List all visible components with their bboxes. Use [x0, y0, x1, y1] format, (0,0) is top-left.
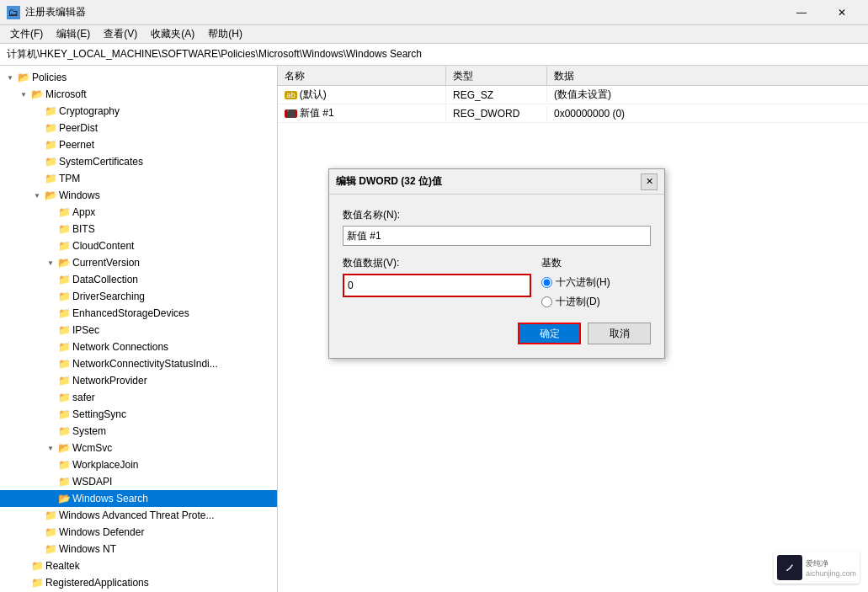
address-path: 计算机\HKEY_LOCAL_MACHINE\SOFTWARE\Policies…	[7, 47, 422, 61]
menu-file[interactable]: 文件(F)	[3, 25, 50, 43]
tree-item-tpm[interactable]: TPM	[0, 170, 277, 187]
bits-arrow	[44, 221, 57, 237]
cell-data-newval: 0x00000000 (0)	[547, 106, 868, 121]
wcmsvc-folder-icon	[57, 441, 71, 455]
settingsync-label: SettingSync	[72, 408, 126, 420]
cloudcontent-label: CloudContent	[72, 240, 134, 252]
tree-item-workplacejoin[interactable]: WorkplaceJoin	[0, 456, 277, 473]
windefender-label: Windows Defender	[59, 526, 144, 538]
tree-item-peernet[interactable]: Peernet	[0, 136, 277, 153]
tree-item-safer[interactable]: safer	[0, 389, 277, 406]
app-title: 注册表编辑器	[25, 5, 782, 19]
tree-item-systemcerts[interactable]: SystemCertificates	[0, 153, 277, 170]
ab-badge-default: ab	[285, 91, 297, 99]
tree-item-networkprovider[interactable]: NetworkProvider	[0, 372, 277, 389]
windefender-arrow	[30, 524, 44, 541]
menu-favorites[interactable]: 收藏夹(A)	[144, 25, 201, 43]
peerdist-folder-icon	[44, 121, 57, 135]
dec-radio[interactable]	[541, 296, 552, 307]
tree-item-enhancedstorage[interactable]: EnhancedStorageDevices	[0, 305, 277, 322]
windowssearch-label: Windows Search	[72, 493, 148, 504]
tree-item-wsdapi[interactable]: WSDAPI	[0, 473, 277, 490]
dec-label: 十进制(D)	[556, 295, 600, 309]
ipsec-label: IPSec	[72, 324, 99, 336]
close-button[interactable]: ✕	[823, 0, 861, 25]
tree-item-settingsync[interactable]: SettingSync	[0, 406, 277, 423]
tree-item-winadvthreat[interactable]: Windows Advanced Threat Prote...	[0, 507, 277, 524]
tree-item-microsoft[interactable]: Microsoft	[0, 86, 277, 103]
value-name-input[interactable]	[343, 226, 651, 246]
cloudcontent-folder-icon	[57, 239, 71, 253]
dec-radio-label[interactable]: 十进制(D)	[541, 295, 651, 309]
regapps-label: RegisteredApplications	[45, 577, 149, 589]
networkprovider-arrow	[44, 372, 57, 389]
table-row[interactable]: ⬛ 新值 #1 REG_DWORD 0x00000000 (0)	[278, 104, 868, 123]
winnt-arrow	[30, 541, 44, 557]
minimize-button[interactable]: —	[782, 0, 821, 25]
tree-item-windefender[interactable]: Windows Defender	[0, 524, 277, 541]
ipsec-folder-icon	[57, 323, 71, 337]
tree-item-cloudcontent[interactable]: CloudContent	[0, 237, 277, 254]
menu-edit[interactable]: 编辑(E)	[50, 25, 97, 43]
tree-item-windows[interactable]: Windows	[0, 187, 277, 204]
tree-item-bits[interactable]: BITS	[0, 221, 277, 237]
peernet-arrow	[30, 136, 44, 153]
hex-label: 十六进制(H)	[556, 275, 610, 290]
tree-item-currentversion[interactable]: CurrentVersion	[0, 254, 277, 271]
radix-label: 基数	[541, 256, 651, 270]
value-data-input[interactable]	[344, 275, 530, 296]
tree-item-policies[interactable]: Policies	[0, 69, 277, 86]
tree-item-system[interactable]: System	[0, 423, 277, 440]
networkconn-label: Network Connections	[72, 341, 168, 353]
enhancedstorage-arrow	[44, 305, 57, 322]
tree-item-datacollection[interactable]: DataCollection	[0, 271, 277, 288]
systemcerts-folder-icon	[44, 155, 57, 168]
winnt-label: Windows NT	[59, 543, 116, 555]
menu-view[interactable]: 查看(V)	[97, 25, 144, 43]
wsdapi-label: WSDAPI	[72, 476, 112, 488]
confirm-button[interactable]: 确定	[518, 323, 581, 344]
networkprovider-folder-icon	[57, 374, 71, 387]
appx-folder-icon	[57, 205, 71, 219]
cell-name-newval: ⬛ 新值 #1	[278, 104, 446, 122]
tree-item-appx[interactable]: Appx	[0, 204, 277, 221]
peerdist-arrow	[30, 120, 44, 136]
wsdapi-folder-icon	[57, 475, 71, 488]
table-header: 名称 类型 数据	[278, 66, 868, 86]
app-icon: 🗂	[7, 6, 20, 19]
tree-item-driversearching[interactable]: DriverSearching	[0, 288, 277, 305]
tree-item-netconnstatus[interactable]: NetworkConnectivityStatusIndi...	[0, 355, 277, 372]
cryptography-arrow	[30, 103, 44, 120]
cryptography-label: Cryptography	[59, 105, 120, 117]
hex-radio[interactable]	[541, 277, 552, 288]
col-header-type: 类型	[446, 66, 547, 85]
tree-item-regapps[interactable]: RegisteredApplications	[0, 574, 277, 591]
realtek-folder-icon	[30, 559, 44, 573]
policies-label: Policies	[32, 72, 67, 83]
cell-type-default: REG_SZ	[446, 88, 547, 103]
dialog-close-button[interactable]: ✕	[641, 173, 658, 190]
windowssearch-folder-icon	[57, 492, 71, 505]
tree-item-wcmsvc[interactable]: WcmSvc	[0, 440, 277, 456]
tree-item-winnt[interactable]: Windows NT	[0, 541, 277, 557]
datacollection-arrow	[44, 271, 57, 288]
cancel-button[interactable]: 取消	[588, 323, 651, 344]
registry-tree[interactable]: Policies Microsoft Cryptography PeerDist	[0, 66, 278, 592]
tree-item-networkconn[interactable]: Network Connections	[0, 339, 277, 355]
currentversion-arrow	[44, 254, 57, 271]
netconnstatus-arrow	[44, 355, 57, 372]
tree-item-windowssearch[interactable]: Windows Search	[0, 490, 277, 507]
menu-help[interactable]: 帮助(H)	[201, 25, 249, 43]
regapps-arrow	[17, 574, 30, 591]
value-name-default: (默认)	[300, 88, 327, 102]
wsdapi-arrow	[44, 473, 57, 490]
tree-item-ipsec[interactable]: IPSec	[0, 322, 277, 339]
tree-item-realtek[interactable]: Realtek	[0, 557, 277, 574]
tree-item-peerdist[interactable]: PeerDist	[0, 120, 277, 136]
cell-data-default: (数值未设置)	[547, 86, 868, 104]
workplacejoin-folder-icon	[57, 458, 71, 472]
table-row[interactable]: ab (默认) REG_SZ (数值未设置)	[278, 86, 868, 104]
hex-radio-label[interactable]: 十六进制(H)	[541, 275, 651, 290]
driversearching-arrow	[44, 288, 57, 305]
tree-item-cryptography[interactable]: Cryptography	[0, 103, 277, 120]
